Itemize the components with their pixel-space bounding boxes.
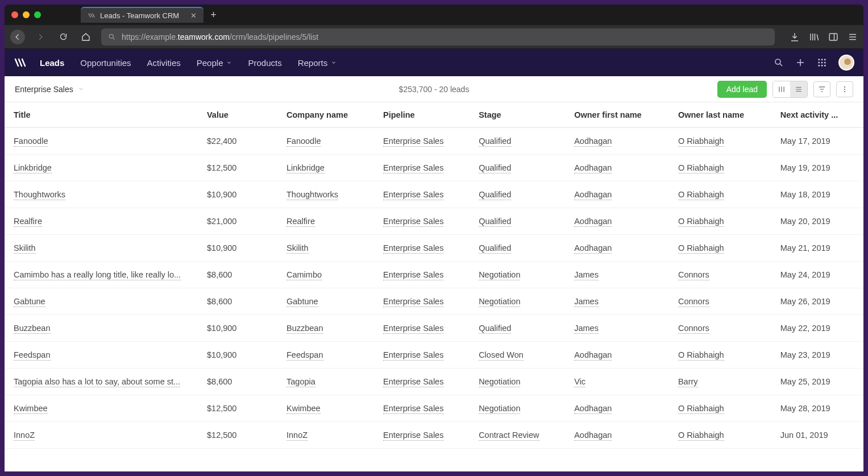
cell-company[interactable]: Fanoodle bbox=[277, 128, 374, 155]
browser-tab[interactable]: Leads - Teamwork CRM ✕ bbox=[81, 7, 203, 23]
list-view-button[interactable] bbox=[790, 81, 807, 97]
cell-company[interactable]: Realfire bbox=[277, 208, 374, 235]
cell-last[interactable]: Barry bbox=[669, 369, 771, 395]
nav-reports[interactable]: Reports bbox=[298, 58, 337, 68]
cell-first[interactable]: Aodhagan bbox=[565, 342, 669, 369]
table-row[interactable]: Buzzbean$10,900BuzzbeanEnterprise SalesQ… bbox=[5, 315, 863, 342]
cell-first[interactable]: Aodhagan bbox=[565, 422, 669, 449]
close-tab-icon[interactable]: ✕ bbox=[190, 11, 197, 20]
cell-stage[interactable]: Qualified bbox=[470, 128, 565, 155]
cell-first[interactable]: James bbox=[565, 288, 669, 315]
cell-title[interactable]: Feedspan bbox=[5, 342, 198, 369]
cell-first[interactable]: Aodhagan bbox=[565, 181, 669, 208]
cell-last[interactable]: O Riabhaigh bbox=[669, 235, 771, 262]
cell-stage[interactable]: Negotiation bbox=[470, 288, 565, 315]
cell-pipeline[interactable]: Enterprise Sales bbox=[374, 422, 470, 449]
cell-pipeline[interactable]: Enterprise Sales bbox=[374, 262, 470, 288]
leads-table-wrap[interactable]: TitleValueCompany namePipelineStageOwner… bbox=[5, 102, 863, 471]
column-header[interactable]: Company name bbox=[277, 102, 374, 128]
cell-stage[interactable]: Contract Review bbox=[470, 422, 565, 449]
nav-opportunities[interactable]: Opportunities bbox=[80, 58, 131, 68]
cell-pipeline[interactable]: Enterprise Sales bbox=[374, 315, 470, 342]
cell-pipeline[interactable]: Enterprise Sales bbox=[374, 369, 470, 395]
table-row[interactable]: Kwimbee$12,500KwimbeeEnterprise SalesNeg… bbox=[5, 395, 863, 422]
column-header[interactable]: Value bbox=[198, 102, 277, 128]
board-view-button[interactable] bbox=[773, 81, 790, 97]
cell-pipeline[interactable]: Enterprise Sales bbox=[374, 395, 470, 422]
cell-last[interactable]: O Riabhaigh bbox=[669, 208, 771, 235]
cell-title[interactable]: Realfire bbox=[5, 208, 198, 235]
cell-first[interactable]: Aodhagan bbox=[565, 208, 669, 235]
cell-pipeline[interactable]: Enterprise Sales bbox=[374, 288, 470, 315]
nav-home-button[interactable] bbox=[78, 30, 93, 44]
library-icon[interactable] bbox=[809, 32, 819, 42]
cell-title[interactable]: InnoZ bbox=[5, 422, 198, 449]
table-row[interactable]: Thoughtworks$10,900ThoughtworksEnterpris… bbox=[5, 181, 863, 208]
cell-title[interactable]: Buzzbean bbox=[5, 315, 198, 342]
cell-company[interactable]: Thoughtworks bbox=[277, 181, 374, 208]
cell-title[interactable]: Tagopia also has a lot to say, about som… bbox=[5, 369, 198, 395]
table-row[interactable]: InnoZ$12,500InnoZEnterprise SalesContrac… bbox=[5, 422, 863, 449]
cell-stage[interactable]: Qualified bbox=[470, 235, 565, 262]
nav-reload-button[interactable] bbox=[56, 30, 70, 44]
cell-pipeline[interactable]: Enterprise Sales bbox=[374, 128, 470, 155]
cell-last[interactable]: O Riabhaigh bbox=[669, 342, 771, 369]
search-icon[interactable] bbox=[774, 57, 784, 68]
pipeline-selector[interactable]: Enterprise Sales bbox=[15, 85, 84, 94]
window-zoom-dot[interactable] bbox=[34, 11, 41, 18]
cell-stage[interactable]: Qualified bbox=[470, 315, 565, 342]
cell-pipeline[interactable]: Enterprise Sales bbox=[374, 342, 470, 369]
table-row[interactable]: Camimbo has a really long title, like re… bbox=[5, 262, 863, 288]
nav-back-button[interactable] bbox=[10, 30, 25, 44]
hamburger-icon[interactable] bbox=[848, 32, 858, 42]
column-header[interactable]: Title bbox=[5, 102, 198, 128]
cell-last[interactable]: O Riabhaigh bbox=[669, 155, 771, 181]
nav-people[interactable]: People bbox=[197, 58, 232, 68]
more-options-button[interactable] bbox=[836, 81, 853, 97]
cell-stage[interactable]: Qualified bbox=[470, 208, 565, 235]
add-lead-button[interactable]: Add lead bbox=[717, 81, 767, 98]
address-bar[interactable]: https://example.teamwork.com/crm/leads/p… bbox=[101, 28, 775, 45]
cell-last[interactable]: Connors bbox=[669, 262, 771, 288]
nav-forward-button[interactable] bbox=[33, 30, 48, 44]
cell-title[interactable]: Kwimbee bbox=[5, 395, 198, 422]
cell-first[interactable]: James bbox=[565, 262, 669, 288]
add-icon[interactable] bbox=[795, 57, 805, 68]
cell-last[interactable]: O Riabhaigh bbox=[669, 128, 771, 155]
cell-stage[interactable]: Qualified bbox=[470, 155, 565, 181]
cell-title[interactable]: Camimbo has a really long title, like re… bbox=[5, 262, 198, 288]
app-logo-icon[interactable] bbox=[14, 56, 27, 69]
window-minimize-dot[interactable] bbox=[23, 11, 30, 18]
cell-last[interactable]: O Riabhaigh bbox=[669, 422, 771, 449]
table-row[interactable]: Gabtune$8,600GabtuneEnterprise SalesNego… bbox=[5, 288, 863, 315]
cell-company[interactable]: Buzzbean bbox=[277, 315, 374, 342]
cell-title[interactable]: Skilith bbox=[5, 235, 198, 262]
cell-stage[interactable]: Negotiation bbox=[470, 369, 565, 395]
cell-company[interactable]: Skilith bbox=[277, 235, 374, 262]
cell-last[interactable]: O Riabhaigh bbox=[669, 181, 771, 208]
nav-products[interactable]: Products bbox=[248, 58, 281, 68]
cell-first[interactable]: James bbox=[565, 315, 669, 342]
cell-stage[interactable]: Closed Won bbox=[470, 342, 565, 369]
cell-first[interactable]: Aodhagan bbox=[565, 395, 669, 422]
cell-title[interactable]: Linkbridge bbox=[5, 155, 198, 181]
cell-company[interactable]: Tagopia bbox=[277, 369, 374, 395]
window-close-dot[interactable] bbox=[11, 11, 18, 18]
cell-company[interactable]: Feedspan bbox=[277, 342, 374, 369]
cell-title[interactable]: Thoughtworks bbox=[5, 181, 198, 208]
cell-company[interactable]: Camimbo bbox=[277, 262, 374, 288]
filter-button[interactable] bbox=[813, 81, 830, 97]
column-header[interactable]: Owner last name bbox=[669, 102, 771, 128]
column-header[interactable]: Pipeline bbox=[374, 102, 470, 128]
user-avatar[interactable] bbox=[838, 55, 854, 71]
cell-company[interactable]: Gabtune bbox=[277, 288, 374, 315]
cell-pipeline[interactable]: Enterprise Sales bbox=[374, 235, 470, 262]
cell-first[interactable]: Vic bbox=[565, 369, 669, 395]
cell-last[interactable]: O Riabhaigh bbox=[669, 395, 771, 422]
cell-stage[interactable]: Qualified bbox=[470, 181, 565, 208]
new-tab-button[interactable]: + bbox=[210, 9, 217, 21]
sidebar-icon[interactable] bbox=[828, 32, 838, 42]
cell-last[interactable]: Connors bbox=[669, 288, 771, 315]
cell-pipeline[interactable]: Enterprise Sales bbox=[374, 181, 470, 208]
table-row[interactable]: Linkbridge$12,500LinkbridgeEnterprise Sa… bbox=[5, 155, 863, 181]
